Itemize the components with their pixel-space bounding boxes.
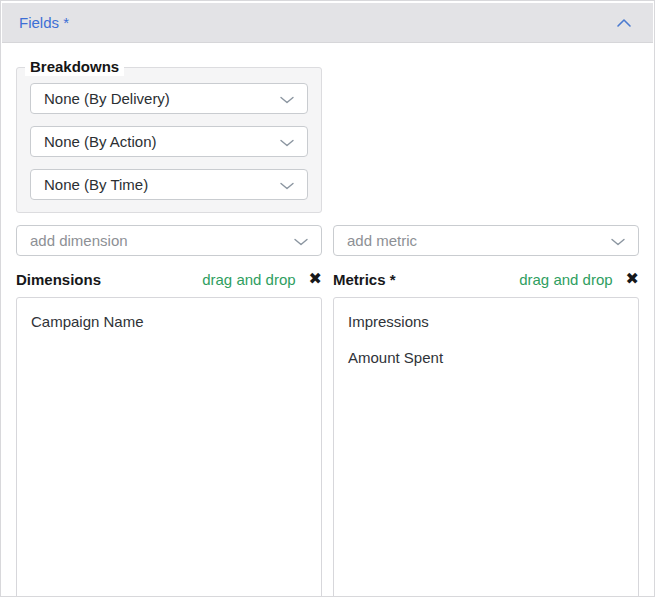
breakdown-time-select[interactable]: None (By Time) <box>30 169 308 200</box>
add-dimension-placeholder: add dimension <box>30 232 128 249</box>
metrics-drag-hint: drag and drop <box>519 271 612 288</box>
add-metric-select[interactable]: add metric <box>333 225 639 256</box>
chevron-down-icon <box>611 238 625 246</box>
breakdown-action-select[interactable]: None (By Action) <box>30 126 308 157</box>
dimension-item[interactable]: Campaign Name <box>31 312 307 332</box>
clear-metrics-icon[interactable]: ✖ <box>626 271 639 287</box>
fields-panel: Fields * Breakdowns None (By Delivery) N… <box>0 0 655 597</box>
chevron-up-icon[interactable] <box>616 18 632 28</box>
breakdown-action-value: None (By Action) <box>44 133 157 150</box>
metrics-list[interactable]: ImpressionsAmount Spent <box>333 297 639 597</box>
panels-row: Campaign Name ImpressionsAmount Spent <box>16 297 639 597</box>
chevron-down-icon <box>280 139 294 147</box>
breakdown-delivery-select[interactable]: None (By Delivery) <box>30 83 308 114</box>
dimensions-list[interactable]: Campaign Name <box>16 297 322 597</box>
metric-item[interactable]: Impressions <box>348 312 624 332</box>
panel-title: Fields * <box>19 14 69 31</box>
breakdowns-group: Breakdowns None (By Delivery) None (By A… <box>16 67 322 213</box>
fields-panel-body: Breakdowns None (By Delivery) None (By A… <box>1 67 654 597</box>
chevron-down-icon <box>294 238 308 246</box>
add-metric-placeholder: add metric <box>347 232 417 249</box>
dimensions-title: Dimensions <box>16 271 101 288</box>
breakdown-time-value: None (By Time) <box>44 176 148 193</box>
breakdowns-legend: Breakdowns <box>25 57 124 76</box>
add-dimension-select[interactable]: add dimension <box>16 225 322 256</box>
panel-headers-row: Dimensions drag and drop ✖ Metrics * dra… <box>16 268 639 290</box>
metric-item[interactable]: Amount Spent <box>348 348 624 368</box>
chevron-down-icon <box>280 182 294 190</box>
fields-panel-header[interactable]: Fields * <box>2 3 653 43</box>
clear-dimensions-icon[interactable]: ✖ <box>309 271 322 287</box>
chevron-down-icon <box>280 96 294 104</box>
dimensions-drag-hint: drag and drop <box>202 271 295 288</box>
dimensions-header: Dimensions drag and drop ✖ <box>16 268 322 290</box>
breakdown-delivery-value: None (By Delivery) <box>44 90 170 107</box>
add-selects-row: add dimension add metric <box>16 225 639 256</box>
metrics-title: Metrics * <box>333 271 396 288</box>
metrics-header: Metrics * drag and drop ✖ <box>333 268 639 290</box>
